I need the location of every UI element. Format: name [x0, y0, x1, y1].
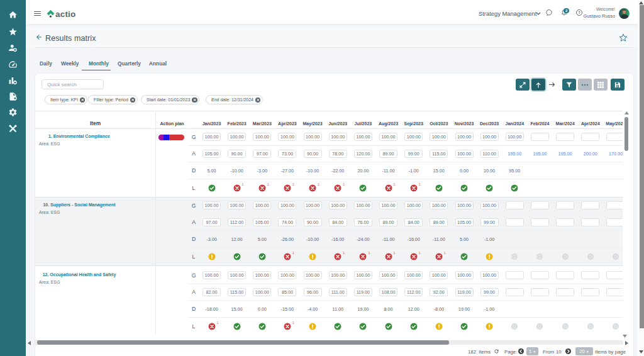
svg-text:?: ? — [578, 11, 580, 14]
